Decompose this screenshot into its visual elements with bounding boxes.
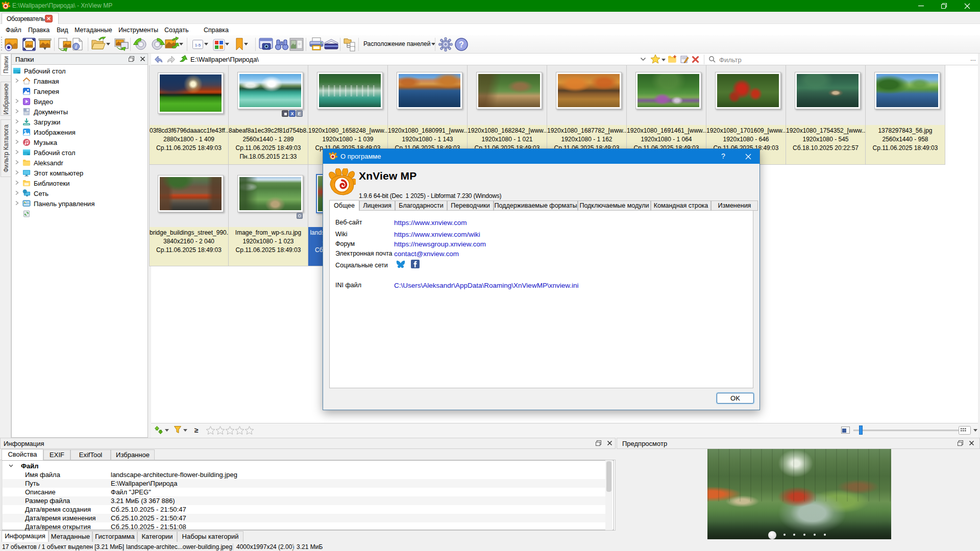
svg-text:i: i [76,44,77,49]
svg-text:?: ? [459,40,464,49]
svg-text:1-5: 1-5 [195,43,201,47]
